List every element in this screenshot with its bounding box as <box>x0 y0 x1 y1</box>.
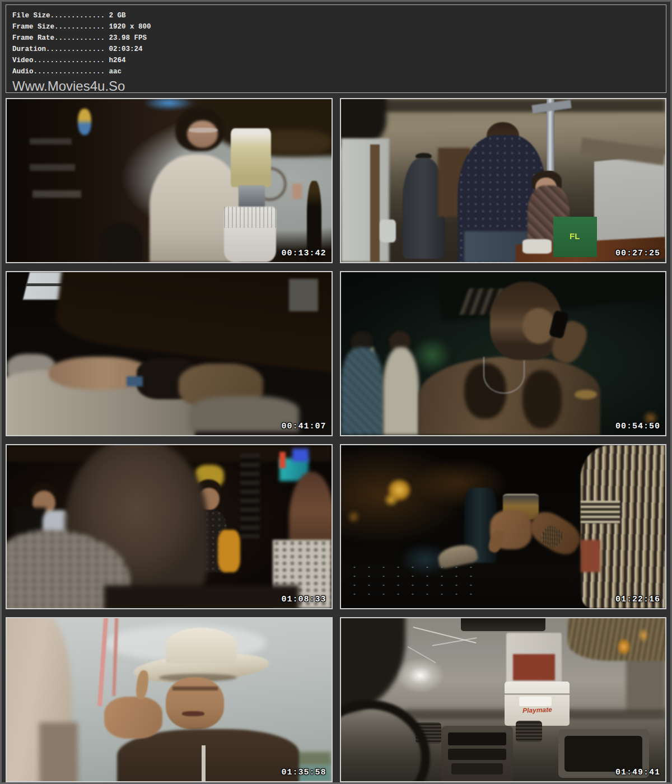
scene-truck-dashboard-art: Playmate <box>341 618 666 781</box>
man-face <box>522 308 555 344</box>
climate-knobs <box>451 763 503 774</box>
dress-plaid-band <box>581 501 620 524</box>
scene-cowboy-hat-art <box>7 618 332 781</box>
info-file-size: File Size............. 2 GB <box>12 10 666 21</box>
wall-object <box>289 279 318 311</box>
lantern-bokeh <box>347 510 360 523</box>
scene-bedroom-art <box>7 272 332 435</box>
open-mouth <box>182 711 205 716</box>
dress-red-patch <box>581 540 600 572</box>
lantern-glow <box>617 638 631 656</box>
scene-boat-cabin-art: FL <box>341 99 666 262</box>
media-info-panel: File Size............. 2 GB Frame Size..… <box>6 4 666 93</box>
media-info-screenshot-page: File Size............. 2 GB Frame Size..… <box>0 0 672 784</box>
cassette-deck <box>448 749 506 760</box>
blender-jar <box>231 128 271 187</box>
lantern-bokeh <box>383 492 399 507</box>
cowboy-hat-crown <box>166 628 237 664</box>
striped-dress <box>581 445 665 608</box>
white-takeout-box <box>522 239 552 254</box>
screenshot-8-truck-dashboard: Playmate 01:49:41 <box>340 617 667 782</box>
screenshot-1-tiki-bar: 00:13:42 <box>6 98 333 263</box>
red-neon-light <box>279 452 286 468</box>
site-watermark: Www.Movies4u.So <box>12 78 666 93</box>
bartender-glasses <box>189 128 218 133</box>
timestamp-7: 01:35:58 <box>281 768 326 777</box>
info-frame-rate: Frame Rate............ 23.98 FPS <box>12 32 666 44</box>
cabin-ceiling-edge <box>341 99 666 112</box>
window-post <box>370 144 380 262</box>
dash-air-vent <box>516 721 542 742</box>
bag-red-contents <box>513 654 555 680</box>
eyes-shadow <box>172 687 218 690</box>
info-audio-codec: Audio................. aac <box>12 66 666 77</box>
gold-bracelet <box>575 390 598 399</box>
bag-print-text: FL <box>570 231 580 241</box>
red-fishing-rod <box>113 617 119 697</box>
foreground-shoulder-shadow <box>104 585 299 609</box>
neon-sign-glow <box>143 98 195 110</box>
info-frame-size: Frame Size............ 1920 x 800 <box>12 21 666 32</box>
beach-figure <box>292 184 302 198</box>
glass-shelf-row <box>30 164 75 171</box>
foreground-shadow <box>39 722 78 782</box>
screenshot-4-phone-call: 00:54:50 <box>340 271 667 436</box>
woman-yellow-top <box>218 530 241 572</box>
timestamp-5: 01:08:33 <box>281 595 326 604</box>
screenshot-6-bar-counter: 01:22:16 <box>340 444 667 609</box>
sun-flare <box>396 657 445 693</box>
glove-box-opening <box>564 736 642 772</box>
background-person-white-shirt <box>383 347 419 435</box>
cooler-handle <box>519 697 552 706</box>
scene-crowded-bar-art <box>7 445 332 608</box>
car-radio <box>448 732 506 745</box>
timestamp-3: 00:41:07 <box>281 422 326 431</box>
bar-stool <box>101 223 143 262</box>
rear-view-mirror <box>461 617 545 632</box>
bartender-face <box>187 120 218 148</box>
white-jar <box>380 220 396 242</box>
screenshot-2-boat-cabin: FL 00:27:25 <box>340 98 667 263</box>
scene-bar-counter-art <box>341 445 666 608</box>
timestamp-4: 00:54:50 <box>615 422 660 431</box>
timestamp-8: 01:49:41 <box>615 768 660 777</box>
necklace-chain <box>483 357 525 394</box>
scene-tiki-bar-art <box>7 99 332 262</box>
screenshot-5-crowded-bar: 01:08:33 <box>6 444 333 609</box>
glass-shelf-row <box>32 190 81 198</box>
screenshot-grid: 00:13:42 <box>6 98 666 782</box>
scene-phone-call-art <box>341 272 666 435</box>
man-face <box>166 677 224 729</box>
chest-tattoo <box>522 370 562 429</box>
straws <box>224 207 276 228</box>
counter-glints <box>347 563 477 599</box>
raised-hand <box>104 697 162 739</box>
background-person-plaid <box>341 347 383 435</box>
info-duration: Duration.............. 02:03:24 <box>12 44 666 55</box>
cooler-lid-seam <box>505 693 570 695</box>
hanging-buoy <box>78 109 91 135</box>
timestamp-2: 00:27:25 <box>615 249 660 258</box>
info-video-codec: Video................. h264 <box>12 55 666 66</box>
glass-shelf-row <box>30 138 72 145</box>
left-window <box>341 138 390 262</box>
blue-neon-light <box>292 449 309 461</box>
red-fishing-rod <box>97 617 108 706</box>
screenshot-3-dark-bedroom: 00:41:07 <box>6 271 333 436</box>
timestamp-1: 00:13:42 <box>281 249 326 258</box>
timestamp-6: 01:22:16 <box>615 595 660 604</box>
lantern-glow <box>638 628 649 642</box>
hanging-chains <box>240 454 260 538</box>
screenshot-7-cowboy-hat-man: 01:35:58 <box>6 617 333 782</box>
shirt-zipper <box>202 745 206 781</box>
waistband-detail <box>127 376 143 386</box>
